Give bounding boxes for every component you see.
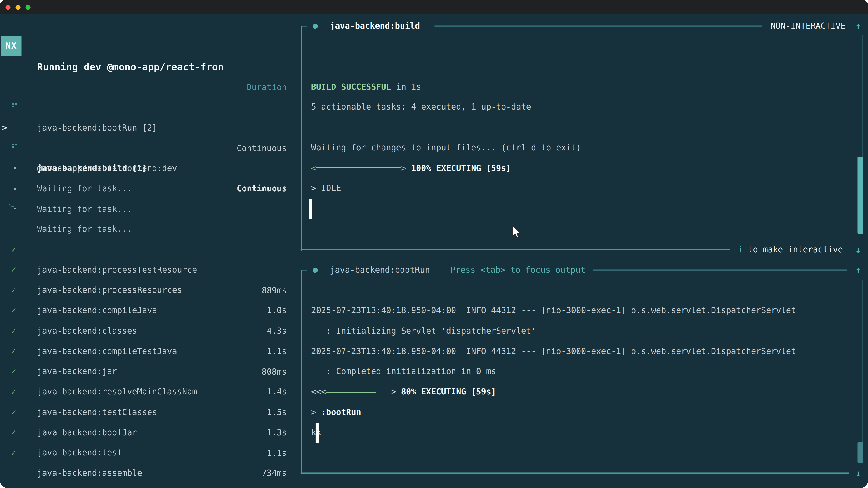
task-row[interactable]: ⠋ java-backend:bootRun [2] Continuous xyxy=(0,76,293,97)
sidebar-header: Running dev @mono-app/react-fron Duratio… xyxy=(0,36,293,57)
progress-status: 80% EXECUTING [59s] xyxy=(401,387,496,397)
task-row-done[interactable]: ✓ java-backend:resolveMainClassNam 1.5s xyxy=(0,341,293,361)
build-panel-bullet-icon xyxy=(313,24,318,29)
scroll-down-icon[interactable]: ↓ xyxy=(855,239,861,260)
scrollbar-thumb[interactable] xyxy=(857,442,863,463)
task-row-done[interactable]: ✓ java-backend:assemble 774ms xyxy=(0,422,293,443)
task-row-done[interactable]: ✓ java-backend:bootJar 1.1s xyxy=(0,382,293,402)
scrollbar-track[interactable] xyxy=(860,280,860,442)
build-waiting-line: Waiting for changes to input files... (c… xyxy=(311,138,581,158)
progress-bar: ══════════ xyxy=(326,387,376,397)
task-row-done[interactable]: ✓ java-backend:classes 1.1s xyxy=(0,280,293,300)
task-row-done[interactable]: ✓ java-backend:test 734ms xyxy=(0,402,293,422)
scrollbar-track[interactable] xyxy=(862,280,863,442)
interactive-key[interactable]: i xyxy=(738,244,743,254)
scroll-up-icon[interactable]: ↑ xyxy=(855,16,861,36)
scrollbar-thumb[interactable] xyxy=(857,157,863,234)
scrollbar-track[interactable] xyxy=(862,35,863,157)
pending-dot-icon: · xyxy=(12,199,18,219)
terminal-window: NX Running dev @mono-app/react-fron Dura… xyxy=(0,0,868,488)
panel-divider-line xyxy=(301,249,730,250)
check-icon: ✓ xyxy=(11,443,16,463)
task-label: java-backend:test xyxy=(37,443,122,463)
task-row-waiting[interactable]: · Waiting for task... xyxy=(0,158,293,178)
build-panel-mode-badge: NON-INTERACTIVE xyxy=(771,16,846,36)
log-line: : Completed initialization in 0 ms xyxy=(311,361,496,382)
build-panel-header-line xyxy=(434,26,762,27)
text-cursor xyxy=(315,422,318,443)
log-line: : Initializing Servlet 'dispatcherServle… xyxy=(311,321,536,341)
build-tasks-line: 5 actionable tasks: 4 executed, 1 up-to-… xyxy=(311,97,531,118)
task-row-done[interactable]: ✓ java-backend:jar 1.4s xyxy=(0,321,293,341)
focus-hint: Press <tab> to focus output xyxy=(451,265,585,275)
task-row-waiting[interactable]: · Waiting for task... xyxy=(0,138,293,158)
task-row-done[interactable]: ✓ java-backend:compileTestJava 808ms xyxy=(0,300,293,321)
bootrun-panel-header-line xyxy=(593,269,847,271)
task-row-selected[interactable]: > ⠋ java-backend:build [1] Continuous xyxy=(0,97,293,118)
bootrun-progress-line: <<<══════════--->80% EXECUTING [59s] xyxy=(311,382,496,402)
task-duration: 774ms xyxy=(262,484,287,488)
scroll-up-icon[interactable]: ↑ xyxy=(855,260,861,281)
build-panel-title[interactable]: java-backend:build xyxy=(330,16,420,36)
log-line: 2025-07-23T13:40:18.950-04:00 INFO 44312… xyxy=(311,300,796,321)
bootrun-panel-border xyxy=(301,269,307,474)
task-row[interactable]: ⠋ @mono-app/react-frontend:dev Continuou… xyxy=(0,117,293,138)
log-line: 2025-07-23T13:40:18.950-04:00 INFO 44312… xyxy=(311,341,796,362)
build-progress-line: <═════════════════>100% EXECUTING [59s] xyxy=(311,158,511,178)
pagination: ← 1/2 → xyxy=(6,483,41,488)
progress-status: 100% EXECUTING [59s] xyxy=(411,163,511,173)
close-button[interactable] xyxy=(5,5,10,10)
interactive-hint: ito make interactive xyxy=(738,239,843,260)
text-cursor xyxy=(309,199,312,219)
task-duration: 1.1s xyxy=(267,443,287,463)
zoom-button[interactable] xyxy=(26,5,31,10)
build-idle-line: > IDLE xyxy=(311,178,341,199)
sidebar-footer: ← 1/2 → quit: q help: ? xyxy=(0,463,293,484)
sidebar-title: Running dev @mono-app/react-fron xyxy=(37,57,224,77)
task-row-done[interactable]: ✓ java-backend:processResources 1.0s xyxy=(0,239,293,260)
minimize-button[interactable] xyxy=(16,5,21,10)
title-bar xyxy=(0,0,868,14)
gradle-prompt-line: >:bootRun xyxy=(311,402,361,423)
task-row-done[interactable]: ✓ java-backend:processTestResource 889ms xyxy=(0,219,293,239)
task-row-done[interactable]: ✓ java-backend:compileJava 4.3s xyxy=(0,260,293,280)
bootrun-panel-title[interactable]: java-backend:bootRunPress <tab> to focus… xyxy=(330,260,585,281)
task-row-done[interactable]: ✓ java-backend:testClasses 1.3s xyxy=(0,361,293,382)
bootrun-panel-bullet-icon xyxy=(313,268,318,272)
mouse-cursor-icon xyxy=(512,225,522,240)
scrollbar-track[interactable] xyxy=(860,35,860,157)
screen: NX Running dev @mono-app/react-fron Dura… xyxy=(0,0,868,488)
build-panel-border xyxy=(301,26,307,251)
progress-bar: <═════════════════> xyxy=(311,163,406,173)
build-result-line: BUILD SUCCESSFUL in 1s xyxy=(311,76,421,97)
scroll-down-icon[interactable]: ↓ xyxy=(855,463,861,484)
task-row-waiting[interactable]: · Waiting for task... xyxy=(0,178,293,199)
task-label: Waiting for task... xyxy=(37,199,132,219)
bootrun-panel-bottom-line xyxy=(301,473,848,474)
